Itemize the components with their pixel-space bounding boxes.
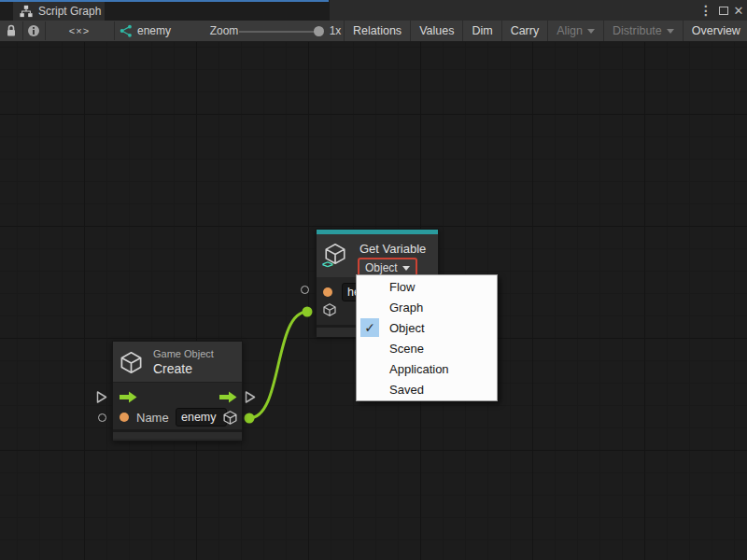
window-close-button[interactable]: ✕ — [730, 0, 747, 21]
dim-button[interactable]: Dim — [462, 21, 500, 41]
wire-endpoint-target[interactable] — [303, 307, 313, 317]
create-node-header: Game Object Create — [113, 342, 242, 383]
menu-item-saved[interactable]: ✓ Saved — [357, 379, 497, 399]
script-graph-icon — [20, 5, 33, 18]
info-icon — [27, 24, 40, 37]
check-gutter: ✓ — [360, 380, 379, 399]
check-gutter: ✓ — [360, 277, 379, 296]
name-port-label: Name — [136, 411, 169, 425]
zoom-level-value: 1x — [326, 21, 345, 41]
string-port-dot[interactable] — [120, 413, 129, 422]
node-title: Create — [153, 361, 192, 376]
overview-button[interactable]: Overview — [683, 21, 747, 41]
maximize-icon — [719, 7, 728, 15]
distribute-dropdown-button[interactable]: Distribute — [603, 21, 683, 41]
menu-item-scene[interactable]: ✓ Scene — [357, 338, 497, 358]
graph-toolbar: <×> enemy Zoom 1x Relations Values Dim — [0, 21, 747, 42]
object-port-cube-icon[interactable] — [322, 302, 337, 317]
zoom-slider-track[interactable] — [239, 31, 321, 33]
flow-output-port[interactable] — [244, 390, 257, 404]
string-port-dot[interactable] — [323, 287, 332, 297]
graph-canvas[interactable]: <> Get Variable Object he — [0, 42, 747, 560]
menu-item-flow[interactable]: ✓ Flow — [357, 276, 497, 297]
check-gutter: ✓ — [360, 359, 379, 378]
gameobject-output-cube-icon[interactable] — [222, 410, 238, 426]
gameobject-connection-wire[interactable] — [249, 312, 307, 418]
create-gameobject-node[interactable]: Game Object Create Name enemy — [112, 341, 243, 441]
code-brackets-icon: <> — [322, 259, 332, 270]
lock-icon — [6, 24, 17, 37]
create-node-body: Name enemy — [113, 383, 242, 429]
info-button[interactable] — [22, 21, 45, 41]
chevron-down-icon — [667, 29, 674, 34]
code-icon: <×> — [69, 25, 90, 36]
graph-reference-breadcrumb[interactable]: enemy — [120, 21, 181, 41]
script-graph-window: Script Graph ⋮ ✕ <×> — [0, 0, 747, 560]
relations-button[interactable]: Relations — [344, 21, 410, 41]
tab-script-graph[interactable]: Script Graph — [13, 2, 105, 21]
check-gutter: ✓ — [360, 339, 379, 357]
menu-item-graph[interactable]: ✓ Graph — [357, 297, 497, 317]
chevron-down-icon — [587, 29, 595, 34]
toolbar-buttons: Relations Values Dim Carry Align Distrib… — [344, 21, 747, 41]
tab-bar: Script Graph ⋮ ✕ — [0, 0, 747, 21]
lock-button[interactable] — [0, 21, 22, 41]
variable-kind-context-menu: ✓ Flow ✓ Graph ✓ Object ✓ Scene ✓ — [356, 274, 498, 401]
check-gutter: ✓ — [360, 298, 379, 316]
flow-in-arrow-icon[interactable] — [120, 391, 137, 403]
create-node-footer — [113, 429, 242, 439]
variable-name-input-port[interactable] — [301, 286, 309, 294]
toolbar-separator — [114, 21, 115, 40]
align-dropdown-button[interactable]: Align — [547, 21, 603, 41]
menu-item-object[interactable]: ✓ Object — [357, 317, 497, 338]
window-menu-button[interactable]: ⋮ — [698, 0, 713, 21]
checkmark-icon: ✓ — [364, 320, 375, 335]
carry-button[interactable]: Carry — [501, 21, 548, 41]
zoom-label: Zoom — [207, 21, 241, 41]
chevron-down-icon — [402, 266, 410, 271]
flow-out-arrow-icon[interactable] — [219, 391, 237, 403]
code-preview-button[interactable]: <×> — [45, 21, 114, 41]
graph-reference-icon — [120, 24, 133, 37]
kebab-menu-icon: ⋮ — [699, 3, 712, 18]
close-icon: ✕ — [734, 4, 744, 18]
node-title: Get Variable — [359, 242, 426, 256]
flow-input-port[interactable] — [95, 390, 108, 404]
check-gutter: ✓ — [360, 318, 379, 337]
zoom-slider-handle[interactable] — [314, 26, 324, 36]
value-input-port[interactable] — [98, 413, 106, 422]
menu-item-application[interactable]: ✓ Application — [357, 358, 497, 379]
get-variable-header: <> Get Variable Object — [317, 234, 438, 277]
gameobject-cube-icon — [119, 350, 144, 375]
name-input-field[interactable]: enemy — [176, 408, 227, 427]
tab-bar-right-area — [330, 0, 747, 21]
wire-endpoint-source[interactable] — [245, 413, 255, 424]
node-subtitle: Game Object — [153, 348, 214, 359]
tab-label: Script Graph — [38, 5, 101, 18]
values-button[interactable]: Values — [410, 21, 462, 41]
graph-reference-label: enemy — [137, 24, 171, 37]
